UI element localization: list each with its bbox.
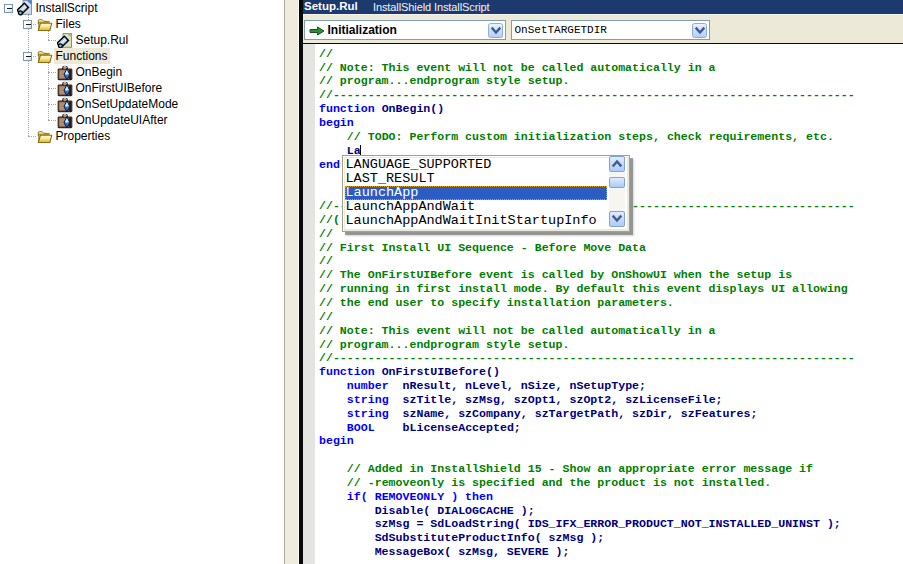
tree-item-label[interactable]: Properties (54, 128, 113, 144)
code-token-comment: // running in first install mode. By def… (319, 282, 848, 295)
code-token-keyword: string (347, 393, 389, 406)
editor-tab-title: Setup.Rul (304, 0, 358, 12)
autocomplete-item-selected[interactable]: LaunchApp (345, 186, 607, 200)
script-file-icon (57, 33, 73, 49)
code-line: // the end user to specify installation … (319, 296, 855, 310)
panel-splitter[interactable] (285, 0, 298, 564)
autocomplete-list[interactable]: LANGUAGE_SUPPORTEDLAST_RESULTLaunchAppLa… (345, 158, 627, 229)
tree-connector-stub (48, 88, 57, 89)
green-goto-arrow-icon (309, 26, 325, 36)
tree-connector-stub (48, 104, 57, 105)
code-token-keyword: BOOL (347, 421, 375, 434)
code-line: if( REMOVEONLY ) then (319, 490, 855, 504)
tree-item-label[interactable]: OnBegin (74, 64, 125, 80)
tree-expander-minus[interactable] (4, 4, 13, 13)
code-line: //--------------------------------------… (319, 351, 855, 365)
tree-item-setup.rul[interactable]: Setup.Rul (0, 32, 284, 48)
code-token-comment: // (319, 47, 333, 60)
tree-item-functions[interactable]: Functions (0, 48, 284, 64)
code-line: // Note: This event will not be called a… (319, 61, 855, 75)
code-line: function OnBegin() (319, 102, 855, 116)
code-token-plain (319, 476, 347, 489)
autocomplete-item[interactable]: LaunchAppAndWaitInitStartupInfo (345, 214, 607, 228)
autocomplete-item[interactable]: LaunchAppAndWait (345, 200, 607, 214)
tree-item-label[interactable]: OnSetUpdateMode (74, 96, 181, 112)
code-token-plain: Disable( DIALOGCACHE ); (319, 504, 535, 517)
code-token-plain: bLicenseAccepted; (375, 421, 521, 434)
editor-title-bar: Setup.Rul InstallShield InstallScript (303, 0, 903, 14)
event-handler-dropdown[interactable]: OnSetTARGETDIR (511, 20, 710, 40)
code-token-comment: // program...endprogram style setup. (319, 74, 569, 87)
chevron-down-icon (693, 24, 707, 38)
code-token-plain (319, 393, 347, 406)
tree-item-label[interactable]: Files (54, 16, 83, 32)
tree-item-onfirstuibefore[interactable]: OnFirstUIBefore (0, 80, 284, 96)
code-line: // (319, 254, 855, 268)
code-token-plain (319, 130, 347, 143)
code-token-comment: // Note: This event will not be called a… (319, 61, 716, 74)
code-line: // program...endprogram style setup. (319, 74, 855, 88)
tree-connector-stub (48, 120, 57, 121)
tree-connector-stub (28, 136, 37, 137)
event-category-dropdown-button[interactable] (488, 23, 503, 38)
scroll-down-button[interactable] (609, 211, 625, 227)
autocomplete-scrollbar[interactable] (609, 156, 625, 227)
autocomplete-popup: LANGUAGE_SUPPORTEDLAST_RESULTLaunchAppLa… (342, 155, 630, 232)
scroll-up-button[interactable] (609, 156, 625, 172)
code-line: // (319, 310, 855, 324)
autocomplete-item[interactable]: LAST_RESULT (345, 172, 607, 186)
code-token-comment: // (319, 254, 333, 267)
code-line: begin (319, 116, 855, 130)
tree-item-onsetupdatemode[interactable]: OnSetUpdateMode (0, 96, 284, 112)
tree-item-label[interactable]: Functions (54, 48, 110, 64)
code-token-comment: // program...endprogram style setup. (319, 338, 569, 351)
minus-glyph (26, 24, 31, 25)
tree-connector-stub (48, 40, 57, 41)
function-icon (57, 97, 73, 113)
code-line: // First Install UI Sequence - Before Mo… (319, 241, 855, 255)
code-token-plain (319, 490, 347, 503)
event-category-value: Initialization (328, 23, 397, 37)
tree-item-installscript[interactable]: InstallScript (0, 0, 284, 16)
tree-connector-stub (48, 72, 57, 73)
code-token-comment: // (319, 227, 333, 240)
editor-toolbar: Initialization OnSetTARGETDIR (303, 14, 903, 43)
folder-open-icon (37, 129, 53, 145)
script-icon (17, 0, 33, 16)
code-line: // Note: This event will not be called a… (319, 324, 855, 338)
tree-item-label[interactable]: Setup.Rul (74, 32, 131, 48)
tree-item-properties[interactable]: Properties (0, 128, 284, 144)
code-line: Disable( DIALOGCACHE ); (319, 504, 855, 518)
code-line: // program...endprogram style setup. (319, 338, 855, 352)
scrollbar-thumb[interactable] (609, 177, 625, 188)
code-line: // (319, 47, 855, 61)
script-explorer-tree: InstallScriptFilesSetup.RulFunctionsOnBe… (0, 0, 284, 564)
code-token-comment: // the end user to specify installation … (319, 296, 674, 309)
event-handler-dropdown-button[interactable] (692, 23, 707, 38)
tree-item-label[interactable]: OnUpdateUIAfter (74, 112, 170, 128)
tree-item-label[interactable]: InstallScript (34, 0, 100, 16)
installshield-script-editor: InstallScriptFilesSetup.RulFunctionsOnBe… (0, 0, 903, 564)
tree-expander-minus[interactable] (23, 52, 32, 61)
event-category-dropdown[interactable]: Initialization (304, 20, 506, 40)
tree-expander-minus[interactable] (23, 20, 32, 29)
code-editor[interactable]: //// Note: This event will not be called… (315, 44, 903, 564)
code-line: // running in first install mode. By def… (319, 282, 855, 296)
code-token-keyword: begin (319, 434, 354, 447)
tree-item-files[interactable]: Files (0, 16, 284, 32)
code-line: string szTitle, szMsg, szOpt1, szOpt2, s… (319, 393, 855, 407)
code-line: function OnFirstUIBefore() (319, 365, 855, 379)
code-token-keyword: function (319, 102, 375, 115)
code-line: string szName, szCompany, szTargetPath, … (319, 407, 855, 421)
tree-item-onbegin[interactable]: OnBegin (0, 64, 284, 80)
code-line: // TODO: Perform custom initialization s… (319, 130, 855, 144)
tree-item-onupdateuiafter[interactable]: OnUpdateUIAfter (0, 112, 284, 128)
minus-glyph (7, 8, 12, 9)
code-line: SdSubstituteProductInfo( szMsg ); (319, 531, 855, 545)
code-token-comment: //( (319, 213, 340, 226)
autocomplete-item[interactable]: LANGUAGE_SUPPORTED (345, 158, 607, 172)
code-text: //// Note: This event will not be called… (319, 47, 855, 559)
code-token-plain (319, 462, 347, 475)
code-token-plain: szTitle, szMsg, szOpt1, szOpt2, szLicens… (389, 393, 723, 406)
tree-item-label[interactable]: OnFirstUIBefore (74, 80, 165, 96)
